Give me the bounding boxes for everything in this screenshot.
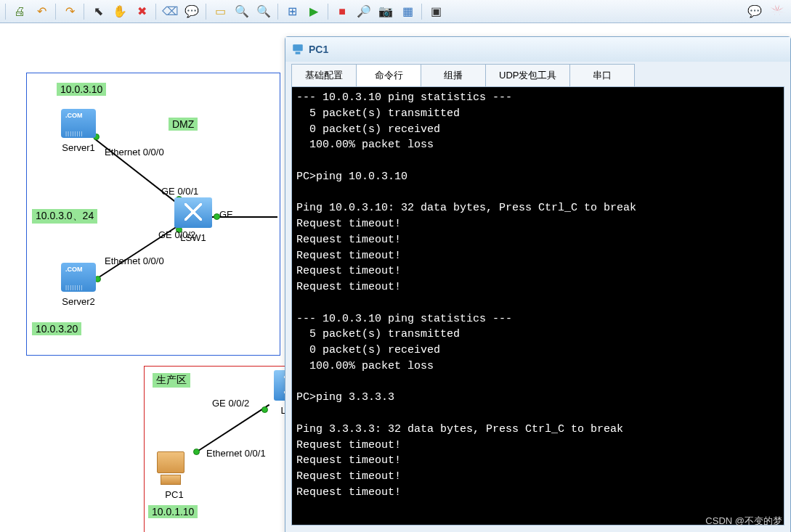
switch2-port-label: GE 0/0/2 xyxy=(212,398,249,409)
pc1-terminal-window[interactable]: PC1 基础配置命令行组播UDP发包工具串口 --- 10.0.3.10 pin… xyxy=(285,36,791,532)
lsw1-port-out-label: GE xyxy=(219,209,233,220)
toolbar-separator xyxy=(5,4,6,20)
toolbar-separator xyxy=(421,4,422,20)
feedback-icon[interactable]: 💬 xyxy=(745,2,765,21)
toolbar-separator xyxy=(84,4,84,20)
lsw1-port2-label: GE 0/0/2 xyxy=(158,229,195,240)
terminal-title: PC1 xyxy=(309,44,328,55)
redo-icon[interactable]: ↷ xyxy=(60,2,80,21)
server2-port-label: Ethernet 0/0/0 xyxy=(105,255,164,266)
terminal-body[interactable]: --- 10.0.3.10 ping statistics --- 5 pack… xyxy=(291,86,784,525)
grid-icon[interactable]: ▦ xyxy=(397,2,418,21)
delete-icon[interactable]: ✖ xyxy=(131,2,152,21)
toolbar-separator xyxy=(277,4,278,20)
device-pc1[interactable]: PC1 xyxy=(153,451,196,500)
dmz-label: DMZ xyxy=(169,118,198,131)
terminal-titlebar[interactable]: PC1 xyxy=(285,37,790,62)
terminal-output: --- 10.0.3.10 ping statistics --- 5 pack… xyxy=(296,90,779,501)
terminal-tab-1[interactable]: 命令行 xyxy=(356,64,421,86)
lsw1-port1-label: GE 0/0/1 xyxy=(161,186,198,197)
device-server1[interactable]: Server1 xyxy=(57,109,100,153)
erase-icon[interactable]: ⌫ xyxy=(160,2,180,21)
server2-ip-tag: 10.0.3.20 xyxy=(32,322,81,335)
screen-icon[interactable]: ▣ xyxy=(426,2,446,21)
device-server2[interactable]: Server2 xyxy=(57,263,100,307)
note-icon[interactable]: ▭ xyxy=(210,2,230,21)
huawei-logo xyxy=(766,4,788,20)
watermark: CSDN @不变的梦 xyxy=(705,515,782,528)
play-icon[interactable]: ▶ xyxy=(304,2,324,21)
server-icon xyxy=(61,109,96,138)
subnet-tag: 10.0.3.0、24 xyxy=(32,209,97,224)
svg-rect-0 xyxy=(293,44,303,51)
pointer-icon[interactable]: ⬉ xyxy=(88,2,108,21)
zoom-in-icon[interactable]: 🔍 xyxy=(232,2,252,21)
capture-icon[interactable]: 📷 xyxy=(376,2,396,21)
production-label: 生产区 xyxy=(153,373,190,388)
server1-name: Server1 xyxy=(57,142,100,153)
undo-icon[interactable]: ↶ xyxy=(31,2,52,21)
terminal-tab-0[interactable]: 基础配置 xyxy=(291,64,357,86)
print-icon[interactable]: 🖨 xyxy=(9,2,30,21)
pc1-name: PC1 xyxy=(153,489,196,500)
hand-icon[interactable]: ✋ xyxy=(110,2,130,21)
toolbar-separator xyxy=(155,4,156,20)
zoom-out-icon[interactable]: 🔍 xyxy=(253,2,274,21)
pc-icon xyxy=(153,451,189,488)
topology-canvas[interactable]: 10.0.3.10 DMZ 10.0.3.0、24 10.0.3.20 Serv… xyxy=(0,23,791,532)
toolbar-separator xyxy=(328,4,328,20)
pc-icon xyxy=(291,43,304,56)
svg-rect-1 xyxy=(296,52,301,54)
terminal-tab-2[interactable]: 组播 xyxy=(421,64,486,86)
terminal-tabs: 基础配置命令行组播UDP发包工具串口 xyxy=(285,62,790,86)
inspect-icon[interactable]: 🔎 xyxy=(354,2,374,21)
server-icon xyxy=(61,263,96,292)
annotate-icon[interactable]: 💬 xyxy=(182,2,202,21)
stop-icon[interactable]: ■ xyxy=(332,2,352,21)
server1-port-label: Ethernet 0/0/0 xyxy=(105,147,164,157)
switch-icon xyxy=(174,197,212,228)
terminal-tab-4[interactable]: 串口 xyxy=(569,64,635,86)
server2-name: Server2 xyxy=(57,296,100,307)
toolbar-separator xyxy=(206,4,206,20)
fit-icon[interactable]: ⊞ xyxy=(282,2,302,21)
toolbar-separator xyxy=(55,4,56,20)
terminal-tab-3[interactable]: UDP发包工具 xyxy=(485,64,570,86)
pc1-ip-tag: 10.0.1.10 xyxy=(148,505,198,518)
pc1-port-label: Ethernet 0/0/1 xyxy=(206,448,266,459)
main-toolbar: 🖨↶↷⬉✋✖⌫💬▭🔍🔍⊞▶■🔎📷▦▣ 💬 xyxy=(0,0,791,23)
server1-ip-tag: 10.0.3.10 xyxy=(57,83,106,96)
